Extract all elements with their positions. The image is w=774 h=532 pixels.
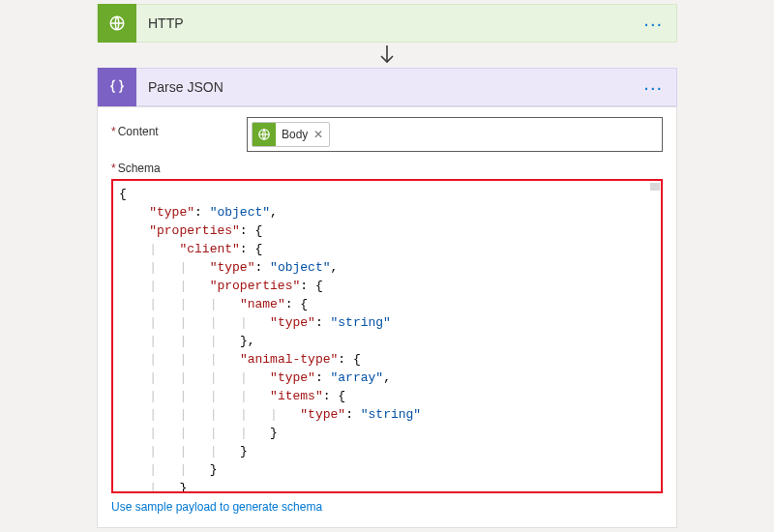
http-trigger-card[interactable]: HTTP ··· xyxy=(97,4,677,43)
http-icon xyxy=(98,4,136,43)
token-remove-icon[interactable]: ✕ xyxy=(313,128,323,141)
required-asterisk: * xyxy=(111,162,116,175)
scrollbar-thumb[interactable] xyxy=(650,183,660,191)
content-input[interactable]: Body ✕ xyxy=(247,117,663,152)
parse-json-more-icon[interactable]: ··· xyxy=(640,78,667,96)
required-asterisk: * xyxy=(111,125,116,138)
braces-icon xyxy=(98,68,136,106)
http-icon xyxy=(253,123,276,146)
use-sample-payload-link[interactable]: Use sample payload to generate schema xyxy=(111,500,322,514)
token-label: Body xyxy=(282,128,308,141)
content-row: *Content Body ✕ xyxy=(111,117,663,152)
connector-arrow xyxy=(0,43,774,68)
http-more-icon[interactable]: ··· xyxy=(640,15,667,32)
parse-json-card-title: Parse JSON xyxy=(136,79,640,95)
schema-editor[interactable]: { "type": "object", "properties": { | "c… xyxy=(111,179,663,493)
http-card-title: HTTP xyxy=(136,15,640,31)
parse-json-card-header[interactable]: Parse JSON ··· xyxy=(97,68,677,106)
schema-row: *Schema { "type": "object", "properties"… xyxy=(111,162,663,514)
schema-label: *Schema xyxy=(111,162,663,175)
parse-json-card-body: *Content Body ✕ xyxy=(97,106,677,528)
content-label: *Content xyxy=(111,117,247,138)
body-token-chip[interactable]: Body ✕ xyxy=(252,122,330,147)
